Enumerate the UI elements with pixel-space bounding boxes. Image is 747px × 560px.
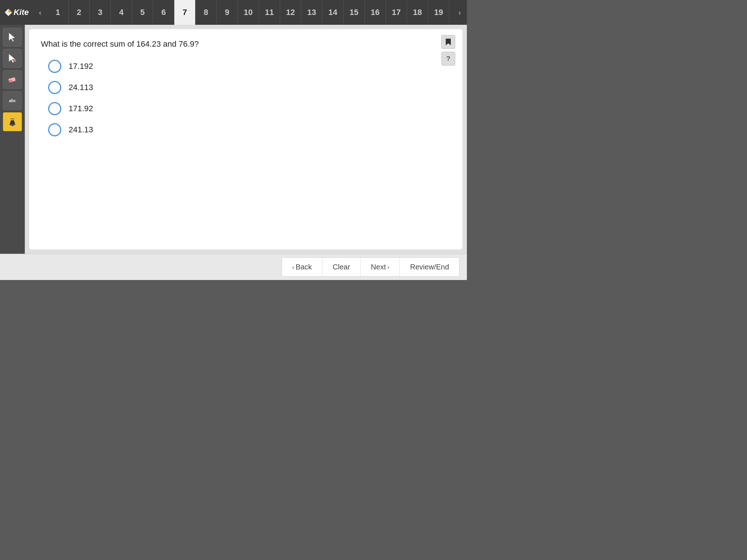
logo-area: Kite: [0, 0, 33, 25]
radio-a: [48, 60, 61, 73]
question-tab-13[interactable]: 13: [301, 0, 322, 25]
answer-options: 17.19224.113171.92241.13: [41, 60, 451, 136]
kite-diamond-icon: [4, 8, 13, 17]
question-tab-7[interactable]: 7: [174, 0, 196, 25]
cursor-icon: [7, 32, 18, 42]
answer-label-c: 171.92: [69, 104, 93, 113]
content-area: What is the correct sum of 164.23 and 76…: [25, 25, 467, 254]
back-chevron-icon: ‹: [292, 264, 294, 271]
text-tool-button[interactable]: abc: [3, 91, 22, 110]
answer-option-c[interactable]: 171.92: [48, 102, 451, 115]
highlight-tool-button[interactable]: [3, 112, 22, 131]
question-tab-17[interactable]: 17: [386, 0, 407, 25]
bookmark-icon: [445, 38, 452, 46]
eraser-icon: [7, 74, 18, 85]
bookmark-button[interactable]: [441, 35, 455, 49]
back-button[interactable]: ‹ Back: [282, 258, 322, 276]
highlight-icon: [7, 117, 18, 127]
scroll-right-button[interactable]: ›: [452, 0, 467, 25]
question-tools: ?: [441, 35, 455, 66]
radio-d: [48, 123, 61, 136]
answer-label-b: 24.113: [69, 83, 93, 92]
question-tab-1[interactable]: 1: [47, 0, 69, 25]
question-tab-14[interactable]: 14: [322, 0, 344, 25]
question-tab-8[interactable]: 8: [196, 0, 217, 25]
clear-button[interactable]: Clear: [322, 258, 361, 276]
answer-option-a[interactable]: 17.192: [48, 60, 451, 73]
question-tab-6[interactable]: 6: [153, 0, 174, 25]
svg-marker-11: [10, 118, 15, 120]
answer-option-b[interactable]: 24.113: [48, 81, 451, 94]
clear-label: Clear: [333, 263, 350, 271]
answer-label-a: 17.192: [69, 62, 93, 71]
logo-text: Kite: [13, 8, 29, 17]
question-tab-19[interactable]: 19: [428, 0, 449, 25]
question-tab-15[interactable]: 15: [344, 0, 365, 25]
help-button[interactable]: ?: [441, 52, 455, 66]
main-area: abc What is the correct sum of 164.23 an…: [0, 25, 467, 254]
svg-marker-4: [9, 33, 15, 41]
question-text: What is the correct sum of 164.23 and 76…: [41, 39, 451, 49]
review-label: Review/End: [410, 263, 449, 271]
question-tabs: 12345678910111213141516171819: [47, 0, 452, 25]
text-tool-label: abc: [9, 98, 16, 104]
help-icon: ?: [446, 55, 450, 63]
review-end-button[interactable]: Review/End: [400, 258, 459, 276]
svg-rect-10: [10, 124, 15, 125]
question-tab-12[interactable]: 12: [280, 0, 301, 25]
next-label: Next: [371, 263, 386, 271]
kite-logo: Kite: [4, 8, 29, 17]
radio-b: [48, 81, 61, 94]
left-toolbar: abc: [0, 25, 25, 254]
question-tab-11[interactable]: 11: [259, 0, 280, 25]
top-navigation: Kite ‹ 12345678910111213141516171819 ›: [0, 0, 467, 25]
next-button[interactable]: Next ›: [361, 258, 400, 276]
question-tab-5[interactable]: 5: [132, 0, 153, 25]
question-tab-3[interactable]: 3: [90, 0, 111, 25]
next-chevron-icon: ›: [387, 264, 389, 271]
pointer-tool-button[interactable]: [3, 49, 22, 68]
question-tab-2[interactable]: 2: [69, 0, 90, 25]
bottom-navigation: ‹ Back Clear Next › Review/End: [0, 254, 467, 280]
cursor-tool-button[interactable]: [3, 28, 22, 47]
eraser-tool-button[interactable]: [3, 70, 22, 89]
radio-c: [48, 102, 61, 115]
question-tab-16[interactable]: 16: [365, 0, 386, 25]
answer-option-d[interactable]: 241.13: [48, 123, 451, 136]
question-panel: What is the correct sum of 164.23 and 76…: [29, 29, 462, 249]
svg-marker-1: [8, 9, 12, 12]
question-tab-4[interactable]: 4: [111, 0, 132, 25]
back-label: Back: [296, 263, 312, 271]
svg-marker-12: [446, 39, 451, 45]
answer-label-d: 241.13: [69, 125, 93, 135]
nav-buttons-group: ‹ Back Clear Next › Review/End: [282, 257, 460, 277]
question-tab-9[interactable]: 9: [217, 0, 238, 25]
question-tab-10[interactable]: 10: [238, 0, 259, 25]
svg-rect-6: [13, 59, 16, 62]
question-tab-18[interactable]: 18: [407, 0, 428, 25]
pointer-icon: [7, 53, 18, 63]
scroll-left-button[interactable]: ‹: [33, 0, 47, 25]
